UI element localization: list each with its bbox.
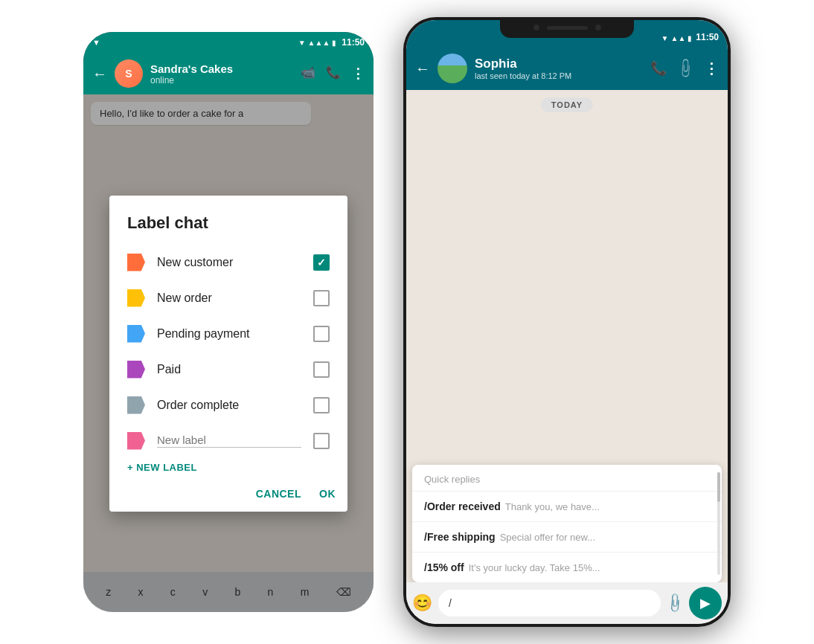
left-chat-bg: Hello, I'd like to order a cake for a La…: [83, 94, 374, 612]
checkbox-paid[interactable]: [313, 361, 330, 378]
left-time: 11:50: [342, 37, 365, 48]
checkbox-new-label[interactable]: [313, 433, 330, 449]
ok-button[interactable]: OK: [319, 488, 336, 500]
right-header-info: Sophia last seen today at 8:12 PM: [475, 57, 643, 80]
checkbox-pending-payment[interactable]: [313, 326, 330, 342]
right-more-icon[interactable]: ⋮: [704, 59, 719, 77]
signal-icon: ▲▲▲: [308, 39, 330, 47]
front-camera-dot: [533, 25, 539, 30]
qr-preview-1: Thank you, we have...: [505, 501, 600, 512]
label-item-new-label[interactable]: [109, 423, 347, 459]
label-dot-blue: [127, 325, 145, 343]
call-icon[interactable]: 📞: [326, 65, 341, 82]
right-contact-name: Sophia: [475, 57, 643, 71]
right-phone-container: ▼ ▲▲ ▮ 11:50 ← Sophia last seen today at…: [403, 17, 731, 627]
left-chat-header: ← S Sandra's Cakes online 📹 📞 ⋮: [83, 53, 374, 94]
quick-replies-header: Quick replies: [412, 465, 722, 491]
label-dot-purple: [127, 361, 145, 379]
today-badge-container: TODAY: [406, 90, 728, 120]
label-dot-pink: [127, 432, 145, 450]
right-contact-sub: last seen today at 8:12 PM: [475, 71, 643, 80]
right-back-arrow-icon[interactable]: ←: [415, 60, 430, 77]
camera-notch: [500, 17, 634, 38]
right-screen: ▼ ▲▲ ▮ 11:50 ← Sophia last seen today at…: [406, 20, 728, 624]
input-slash-value: /: [449, 597, 452, 609]
left-contact-status: online: [150, 75, 293, 86]
back-arrow-icon[interactable]: ←: [92, 65, 107, 83]
right-chat-header: ← Sophia last seen today at 8:12 PM 📞 📎 …: [406, 47, 728, 90]
label-item-order-complete[interactable]: Order complete: [109, 387, 347, 423]
right-chat-bg: TODAY Quick replies /Order received Than…: [406, 90, 728, 582]
qr-preview-2: Special offer for new...: [500, 532, 595, 543]
quick-reply-item-3[interactable]: /15% off It's your lucky day. Take 15%..…: [412, 552, 722, 582]
right-battery-icon: ▮: [688, 34, 692, 42]
quick-replies-popup: Quick replies /Order received Thank you,…: [412, 465, 722, 582]
label-item-new-customer[interactable]: New customer ✓: [109, 245, 347, 280]
left-avatar: S: [115, 59, 143, 88]
new-label-link[interactable]: + NEW LABEL: [109, 459, 347, 479]
dialog-overlay: Label chat New customer ✓ New order: [83, 94, 374, 612]
new-label-input[interactable]: [157, 434, 301, 446]
label-text-pending-payment: Pending payment: [157, 327, 301, 341]
label-text-new-order: New order: [157, 292, 301, 305]
checkbox-order-complete[interactable]: [313, 397, 330, 413]
checkbox-new-order[interactable]: [313, 290, 330, 306]
send-button[interactable]: ▶: [689, 587, 722, 619]
label-text-paid: Paid: [157, 363, 301, 376]
right-wifi-icon: ▼: [661, 34, 669, 42]
quick-reply-item-2[interactable]: /Free shipping Special offer for new...: [412, 521, 722, 552]
right-call-icon[interactable]: 📞: [650, 60, 667, 77]
left-contact-name: Sandra's Cakes: [150, 62, 293, 75]
more-icon[interactable]: ⋮: [351, 65, 365, 82]
battery-icon: ▮: [332, 39, 336, 47]
speaker-bar: [547, 26, 588, 30]
video-call-icon[interactable]: 📹: [301, 65, 315, 82]
qr-command-3: /15% off: [424, 561, 464, 573]
right-attach-icon[interactable]: 📎: [673, 57, 696, 80]
right-header-actions: 📞 📎 ⋮: [650, 59, 719, 77]
today-badge: TODAY: [541, 97, 593, 112]
dialog-actions: CANCEL OK: [109, 482, 347, 512]
right-time: 11:50: [696, 32, 719, 42]
dialog-title: Label chat: [109, 213, 347, 245]
label-chat-dialog: Label chat New customer ✓ New order: [109, 196, 347, 512]
message-input-area[interactable]: /: [438, 590, 661, 616]
qr-scrollbar[interactable]: [717, 472, 720, 575]
label-item-pending-payment[interactable]: Pending payment: [109, 316, 347, 352]
label-dot-gray: [127, 396, 145, 414]
cancel-button[interactable]: CANCEL: [256, 488, 301, 500]
label-dot-orange: [127, 254, 145, 271]
right-signal-icon: ▲▲: [671, 34, 686, 42]
emoji-button[interactable]: 😊: [412, 593, 432, 613]
attach-button[interactable]: 📎: [663, 591, 686, 614]
front-sensor-dot: [595, 25, 601, 30]
wifi-icon: ▼: [298, 39, 306, 47]
left-header-actions: 📹 📞 ⋮: [301, 65, 365, 82]
quick-reply-item-1[interactable]: /Order received Thank you, we have...: [412, 491, 722, 521]
right-avatar: [438, 54, 467, 83]
qr-command-1: /Order received: [424, 500, 501, 512]
left-phone-container: ▼ ▼ ▲▲▲ ▮ 11:50 ← S Sandra's Cakes onlin…: [83, 32, 374, 612]
label-item-new-order[interactable]: New order: [109, 280, 347, 316]
checkbox-new-customer[interactable]: ✓: [313, 254, 330, 271]
left-header-info: Sandra's Cakes online: [150, 62, 293, 86]
label-dot-yellow: [127, 289, 145, 307]
qr-command-2: /Free shipping: [424, 531, 496, 543]
label-text-order-complete: Order complete: [157, 399, 301, 412]
label-item-paid[interactable]: Paid: [109, 352, 347, 387]
label-text-new-customer: New customer: [157, 256, 301, 269]
qr-preview-3: It's your lucky day. Take 15%...: [469, 562, 600, 573]
right-input-bar: 😊 / 📎 ▶: [406, 582, 728, 624]
qr-scrollbar-thumb: [717, 472, 720, 502]
left-status-bar: ▼ ▼ ▲▲▲ ▮ 11:50: [83, 32, 374, 53]
